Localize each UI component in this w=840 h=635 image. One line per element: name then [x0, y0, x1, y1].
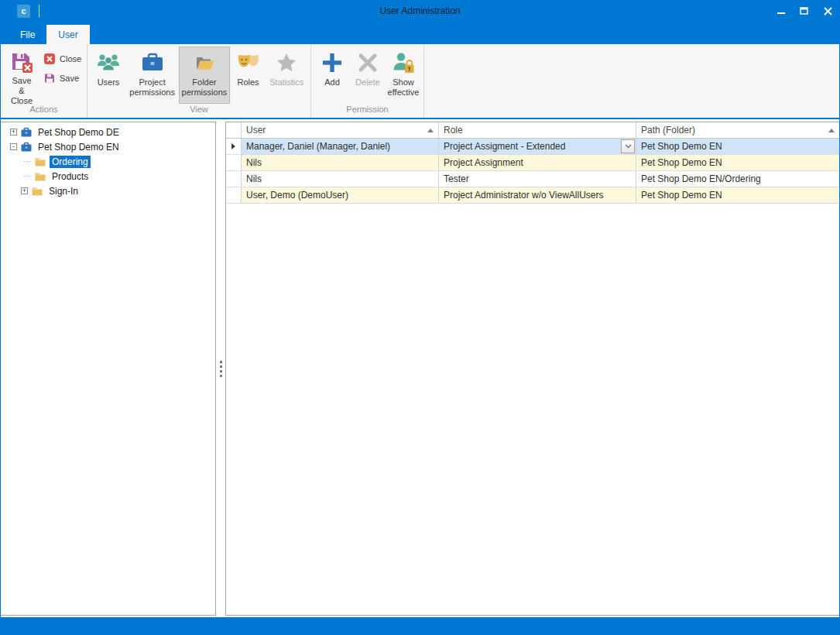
column-header-role[interactable]: Role — [439, 122, 636, 138]
close-red-icon — [43, 53, 56, 65]
grid-header-row: User Role Path (Folder) — [226, 122, 839, 139]
folder-permissions-icon — [191, 50, 218, 76]
user-cell[interactable]: Nils — [242, 171, 439, 187]
group-label-view: View — [87, 105, 310, 118]
tree-item-label: Pet Shop Demo DE — [36, 126, 122, 139]
window-title: User Administration — [1, 5, 839, 16]
delete-x-icon — [355, 50, 381, 76]
grid-row-4[interactable]: User, Demo (DemoUser) Project Administra… — [226, 187, 839, 204]
folder-icon — [34, 170, 46, 183]
save-and-close-button[interactable]: Save & Close — [5, 46, 39, 104]
project-permissions-icon — [139, 50, 166, 76]
ribbon-group-permission: Add Delete — [311, 44, 424, 118]
tree-connector — [24, 176, 31, 177]
roles-label: Roles — [237, 77, 259, 88]
column-header-path[interactable]: Path (Folder) — [636, 122, 839, 138]
sort-ascending-icon — [828, 129, 835, 132]
users-button[interactable]: Users — [91, 46, 125, 104]
user-cell[interactable]: Manager, Daniel (Manager, Daniel) — [242, 139, 439, 154]
tab-file[interactable]: File — [9, 25, 46, 44]
row-indicator-cell — [226, 187, 242, 203]
tree-item-ordering[interactable]: Ordering — [1, 154, 215, 169]
ribbon: Save & Close Close — [1, 44, 839, 119]
splitter-grip-icon — [220, 361, 222, 363]
folder-icon — [31, 185, 43, 197]
column-header-role-label: Role — [444, 125, 463, 136]
chevron-down-icon — [625, 144, 632, 149]
folder-permissions-button[interactable]: Folder permissions — [179, 46, 229, 104]
save-close-icon — [9, 50, 35, 74]
users-label: Users — [98, 77, 120, 88]
project-icon — [20, 126, 33, 139]
tree-item-label: Ordering — [50, 156, 91, 168]
project-permissions-button[interactable]: Project permissions — [127, 46, 177, 104]
tree-item-products[interactable]: Products — [1, 169, 215, 184]
delete-label: Delete — [355, 77, 380, 88]
tree-item-label: Sign-In — [46, 185, 81, 197]
role-cell[interactable]: Project Assignment — [439, 155, 636, 170]
role-dropdown-button[interactable] — [621, 139, 635, 153]
add-label: Add — [324, 77, 340, 88]
tree-item-sign-in[interactable]: + Sign-In — [1, 184, 215, 198]
row-indicator-cell — [226, 171, 242, 187]
column-header-user[interactable]: User — [242, 122, 439, 138]
grid-empty-area — [226, 204, 839, 615]
folder-permissions-label: Folder permissions — [182, 77, 228, 98]
tab-user[interactable]: User — [46, 25, 89, 44]
group-label-actions: Actions — [1, 105, 87, 118]
column-header-user-label: User — [246, 125, 266, 136]
tree-item-pet-shop-demo-en[interactable]: - Pet Shop Demo EN — [1, 139, 215, 154]
title-bar: c User Administration — [1, 0, 839, 22]
column-header-path-label: Path (Folder) — [641, 125, 695, 136]
grid-row-3[interactable]: Nils Tester Pet Shop Demo EN/Ordering — [226, 171, 839, 187]
grid-row-2[interactable]: Nils Project Assignment Pet Shop Demo EN — [226, 155, 839, 171]
folder-tree: + Pet Shop Demo DE - — [1, 122, 216, 616]
role-cell[interactable]: Tester — [439, 171, 636, 187]
path-cell[interactable]: Pet Shop Demo EN — [636, 187, 839, 203]
header-indicator-cell — [226, 122, 242, 138]
focused-row-indicator-icon — [231, 143, 235, 149]
project-icon — [20, 141, 33, 153]
path-cell[interactable]: Pet Shop Demo EN — [636, 155, 839, 170]
role-cell[interactable]: Project Administrator w/o ViewAllUsers — [439, 187, 636, 203]
save-button[interactable]: Save — [39, 70, 85, 87]
close-ribbon-label: Close — [60, 54, 81, 64]
add-button[interactable]: Add — [315, 46, 349, 104]
role-cell-combo[interactable]: Project Assigment - Extended — [439, 139, 636, 154]
user-cell[interactable]: User, Demo (DemoUser) — [242, 187, 439, 203]
tree-item-pet-shop-demo-de[interactable]: + Pet Shop Demo DE — [1, 125, 215, 139]
permissions-grid: User Role Path (Folder) Manager, Daniel … — [225, 122, 839, 616]
close-ribbon-button[interactable]: Close — [39, 50, 85, 67]
app-window: c User Administration File User — [0, 0, 840, 635]
statistics-button: Statistics — [267, 46, 307, 104]
role-combo-value: Project Assigment - Extended — [444, 141, 565, 152]
panel-splitter[interactable] — [216, 122, 225, 616]
path-cell[interactable]: Pet Shop Demo EN/Ordering — [636, 171, 839, 187]
tree-item-label: Products — [50, 170, 91, 183]
main-content: + Pet Shop Demo DE - — [1, 119, 839, 617]
group-label-permission: Permission — [311, 105, 423, 118]
show-effective-button[interactable]: Show effective — [386, 46, 420, 104]
show-effective-icon — [390, 50, 417, 76]
roles-button[interactable]: Roles — [231, 46, 266, 104]
grid-row-1[interactable]: Manager, Daniel (Manager, Daniel) Projec… — [226, 139, 839, 155]
tree-item-label: Pet Shop Demo EN — [36, 141, 122, 153]
ribbon-tab-row: File User — [1, 22, 839, 44]
ribbon-group-actions: Save & Close Close — [1, 44, 87, 118]
save-icon — [43, 72, 56, 84]
statistics-star-icon — [273, 50, 300, 76]
row-indicator-cell — [226, 155, 242, 170]
row-indicator-cell — [226, 139, 242, 154]
save-label: Save — [60, 74, 79, 83]
ribbon-group-view: Users Project permissions — [87, 44, 311, 118]
user-cell[interactable]: Nils — [242, 155, 439, 170]
collapse-icon[interactable]: - — [10, 143, 17, 150]
path-cell[interactable]: Pet Shop Demo EN — [636, 139, 839, 154]
tree-connector — [24, 161, 31, 162]
add-plus-icon — [319, 50, 345, 76]
show-effective-label: Show effective — [388, 77, 420, 98]
status-bar — [1, 617, 839, 635]
delete-button: Delete — [351, 46, 385, 104]
expand-icon[interactable]: + — [10, 129, 17, 136]
expand-icon[interactable]: + — [21, 187, 28, 194]
